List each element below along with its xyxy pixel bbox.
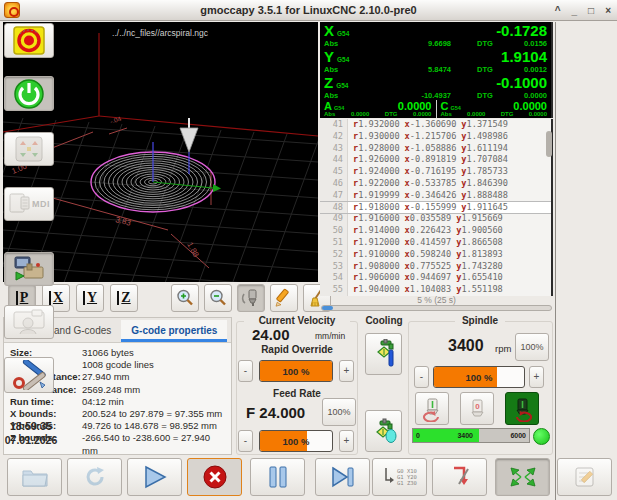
run-from-line-button[interactable]: G0 X10 G1 Y20 G1 Z30 — [372, 458, 427, 496]
manual-mode-button[interactable] — [4, 132, 54, 166]
spindle-override-slider: - 100 % + — [414, 366, 548, 388]
machine-on-button[interactable] — [4, 76, 54, 111]
coord-system-label: G54 — [334, 105, 344, 111]
tool-dimensions-icon — [241, 288, 261, 308]
auto-mode-icon — [12, 255, 46, 283]
zoom-out-button[interactable] — [204, 284, 232, 312]
pause-program-button[interactable] — [250, 458, 305, 496]
view-axis-button[interactable]: Z — [110, 284, 138, 312]
gcode-line[interactable]: 53 r1.908000x0.775525y1.743280 — [320, 261, 551, 273]
view-axis-button[interactable]: Y — [76, 284, 104, 312]
mist-coolant-button[interactable] — [365, 410, 402, 452]
gcode-line[interactable]: 42 r1.930000x-1.215706y1.498986 — [320, 131, 551, 143]
gcode-line-text: r1.916000x0.035589y1.915669 — [348, 213, 503, 225]
estop-button[interactable] — [4, 23, 54, 58]
gcode-line[interactable]: 54 r1.906000x0.944697y1.655410 — [320, 272, 551, 284]
dtg-value: 0.0156 — [501, 39, 547, 48]
stop-program-button[interactable] — [187, 458, 242, 496]
view-axis-label: X — [49, 291, 63, 305]
open-file-button[interactable] — [7, 458, 62, 496]
spindle-reset-100-button[interactable]: 100% — [515, 333, 549, 361]
gcode-scrollbar-thumb[interactable] — [546, 131, 552, 157]
feed-minus-button[interactable]: - — [238, 430, 253, 452]
rapid-override-slider: - 100 % + — [238, 360, 356, 382]
spindle-cw-button[interactable] — [505, 392, 539, 425]
spindle-minus-button[interactable]: - — [414, 366, 429, 388]
gcode-line-number: 42 — [320, 131, 348, 143]
coord-system-label: G54 — [337, 30, 349, 37]
gcode-line[interactable]: 45 r1.924000x-0.716195y1.785733 — [320, 166, 551, 178]
close-button[interactable]: × — [605, 5, 611, 16]
spindle-ccw-button[interactable] — [415, 392, 449, 425]
property-value: -266.540 to -238.600 = 27.940 mm — [82, 432, 225, 444]
rapid-override-track[interactable]: 100 % — [259, 360, 333, 382]
fullscreen-preview-button[interactable] — [495, 458, 550, 496]
settings-button[interactable] — [4, 357, 54, 393]
mdi-keyboard-icon — [8, 192, 30, 216]
gcode-line[interactable]: 51 r1.912000x0.414597y1.866508 — [320, 237, 551, 249]
gcode-line[interactable]: 48 r1.918000x-0.155999y1.911645 — [320, 202, 551, 214]
spindle-cw-icon — [509, 396, 535, 422]
spindle-bar-max: 6000 — [510, 429, 526, 442]
feed-override-track[interactable]: 100 % — [259, 430, 333, 452]
rapid-plus-button[interactable]: + — [339, 360, 354, 382]
flood-coolant-button[interactable] — [365, 333, 402, 375]
fullscreen-icon — [508, 465, 538, 489]
shade-button[interactable]: ^ — [555, 5, 561, 16]
tab-gcode-properties[interactable]: G-code properties — [121, 320, 227, 342]
auto-mode-button[interactable] — [4, 252, 54, 286]
user-tabs-button[interactable] — [4, 305, 54, 339]
gcode-line[interactable]: 46 r1.922000x-0.533785y1.846390 — [320, 178, 551, 190]
feed-plus-button[interactable]: + — [339, 430, 354, 452]
gcode-line-text: r1.906000x0.944697y1.655410 — [348, 272, 503, 284]
property-row: X bounds: 200.524 to 297.879 = 97.355 mm — [10, 408, 225, 420]
rapid-minus-button[interactable]: - — [238, 360, 253, 382]
coord-system-label: G54 — [337, 56, 349, 63]
clock-date: 07.01.2026 — [0, 434, 62, 446]
spindle-stop-button[interactable]: 0 — [460, 392, 494, 425]
view-axis-label: P — [16, 291, 29, 305]
gcode-line[interactable]: 44 r1.926000x-0.891819y1.707084 — [320, 154, 551, 166]
gcode-line[interactable]: 52 r1.910000x0.598240y1.813893 — [320, 249, 551, 261]
maximize-button[interactable]: □ — [588, 5, 594, 16]
gcode-line[interactable]: 47 r1.919999x-0.346426y1.888488 — [320, 190, 551, 202]
minimize-button[interactable]: _ — [572, 5, 578, 16]
gcode-line[interactable]: 43 r1.928000x-1.058886y1.611194 — [320, 143, 551, 155]
skip-optional-blocks-button[interactable] — [432, 458, 487, 496]
feed-reset-100-button[interactable]: 100% — [322, 398, 356, 426]
run-program-button[interactable] — [127, 458, 182, 496]
dro-axis-block[interactable]: X G54 -0.1728 Abs 9.6698 DTG 0.0156 — [320, 22, 551, 48]
abs-value: 5.8474 — [338, 65, 477, 74]
property-value: 49.726 to 148.678 = 98.952 mm — [82, 420, 217, 432]
property-value: 2569.248 mm — [82, 384, 140, 396]
gcode-line-number: 46 — [320, 178, 348, 190]
spindle-plus-button[interactable]: + — [529, 366, 544, 388]
mdi-mode-button[interactable]: MDI — [4, 187, 54, 221]
spindle-override-track[interactable]: 100 % — [433, 366, 525, 388]
reload-file-button[interactable] — [67, 458, 122, 496]
spindle-at-speed-led — [533, 428, 550, 445]
axis-position-value: -0.1728 — [496, 22, 547, 39]
zoom-in-button[interactable] — [171, 284, 199, 312]
dro-axis-block[interactable]: C G54 0.0000 Abs 0.0000 DTG 0.0000 — [436, 100, 552, 118]
gcode-line[interactable]: 41 r1.932000x-1.360690y1.371549 — [320, 119, 551, 131]
gcode-line[interactable]: 50 r1.914000x0.226423y1.900560 — [320, 225, 551, 237]
spindle-title: Spindle — [455, 315, 505, 326]
tool-cone-icon — [180, 118, 198, 174]
gcode-line[interactable]: 49 r1.916000x0.035589y1.915669 — [320, 213, 551, 225]
gcode-view[interactable]: 41 r1.932000x-1.360690y1.371549 42 r1.93… — [320, 119, 553, 296]
abs-label: Abs — [324, 91, 338, 100]
dro-axis-block[interactable]: Y G54 1.9104 Abs 5.8474 DTG 0.0012 — [320, 48, 551, 74]
tool-dimensions-button[interactable] — [237, 284, 265, 312]
gcode-line-number: 45 — [320, 166, 348, 178]
abs-label: Abs — [324, 39, 338, 48]
dro-axis-block[interactable]: Z G54 -0.1000 Abs -10.4937 DTG 0.0000 — [320, 74, 551, 100]
titlebar: gmoccapy 3.5.1 for LinuxCNC 2.10.0-pre0 … — [0, 0, 617, 21]
dro-axis-block[interactable]: A G54 0.0000 Abs 0.0000 DTG 0.0000 — [320, 100, 436, 118]
gcode-line-number: 49 — [320, 213, 348, 225]
property-value: 04:12 min — [82, 396, 124, 408]
step-program-button[interactable] — [315, 458, 370, 496]
pencil-edit-button[interactable] — [270, 284, 298, 312]
abs-value: 9.6698 — [338, 39, 477, 48]
window-title: gmoccapy 3.5.1 for LinuxCNC 2.10.0-pre0 — [0, 4, 617, 16]
